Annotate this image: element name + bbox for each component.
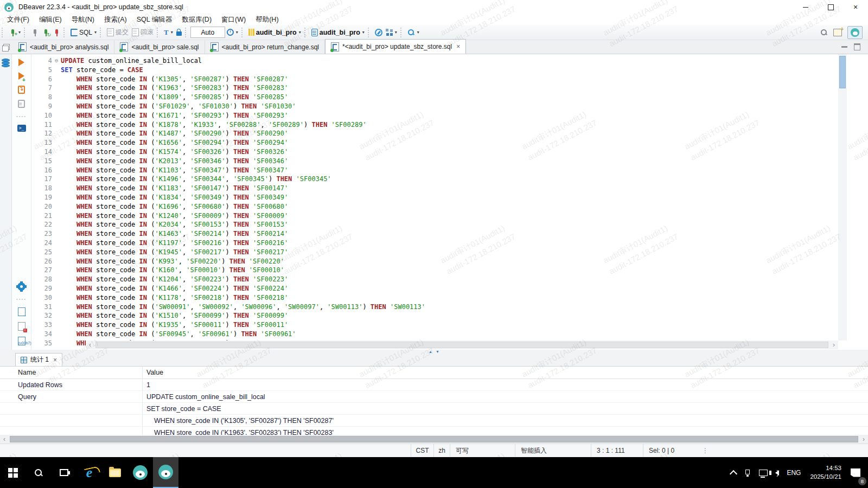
sash-collapse-down-icon[interactable]: ▼ <box>436 350 439 354</box>
schema-selector[interactable]: audit_bi_pro ▾ <box>310 28 366 37</box>
tab-sale-sql[interactable]: <audit_bi_pro> sale.sql <box>114 40 205 54</box>
tab-return-change-sql[interactable]: <audit_bi_pro> return_change.sql <box>205 40 325 54</box>
code-line[interactable]: 16 WHEN store_code IN ('K1103', 'SF00347… <box>31 166 868 175</box>
code-line[interactable]: 7 WHEN store_code IN ('K1963', 'SF00283'… <box>31 84 868 93</box>
dbeaver-perspective-button[interactable] <box>847 26 863 39</box>
table-row[interactable]: SET store_code = CASE <box>0 403 868 415</box>
menu-search[interactable]: 搜索(A) <box>99 14 132 25</box>
scroll-left-icon[interactable]: ‹ <box>0 435 9 444</box>
code-line[interactable]: 33 WHEN store_code IN ('K1935', 'SF00011… <box>31 320 868 330</box>
execute-statement-icon[interactable] <box>18 59 24 66</box>
execute-script-icon[interactable] <box>18 86 25 94</box>
fold-marker[interactable]: ⊖ <box>52 56 61 66</box>
menu-database[interactable]: 数据库(D) <box>177 14 216 25</box>
task-view-button[interactable] <box>51 457 76 488</box>
internet-explorer-button[interactable]: e <box>76 457 102 488</box>
column-header-name[interactable]: Name <box>0 369 142 376</box>
maximize-button[interactable] <box>818 0 843 14</box>
code-line[interactable]: 22 WHEN store_code IN ('K2034', 'SF00153… <box>31 220 868 229</box>
rollback-button[interactable]: 回滚 <box>130 27 155 38</box>
menu-help[interactable]: 帮助(H) <box>251 14 283 25</box>
code-line[interactable]: 30 WHEN store_code IN ('K1178', 'SF00218… <box>31 293 868 303</box>
new-connection-button[interactable]: + ▾ <box>7 28 22 37</box>
code-line[interactable]: 6 WHEN store_code IN ('K1305', 'SF00287'… <box>31 75 868 84</box>
scrollbar-thumb[interactable] <box>839 56 846 88</box>
code-line[interactable]: 24 WHEN store_code IN ('K1197', 'SF00216… <box>31 239 868 248</box>
code-line[interactable]: 23 WHEN store_code IN ('K1463', 'SF00214… <box>31 229 868 239</box>
commit-mode-select[interactable]: Auto <box>190 27 225 38</box>
code-line[interactable]: 15 WHEN store_code IN ('K2013', 'SF00346… <box>31 157 868 166</box>
minimize-editor-icon[interactable] <box>841 46 847 48</box>
code-line[interactable]: 28 WHEN store_code IN ('K1204', 'SF00223… <box>31 275 868 284</box>
table-row[interactable]: QueryUPDATE custom_online_sale_bill_loca… <box>0 391 868 403</box>
menu-window[interactable]: 窗口(W) <box>216 14 251 25</box>
transaction-mode-button[interactable]: T ▾ <box>162 27 175 38</box>
code-line[interactable]: 5SET store_code = CASE <box>31 66 868 75</box>
explain-plan-icon[interactable] <box>18 100 25 108</box>
sash-collapse-up-icon[interactable]: ▲ <box>429 350 432 354</box>
column-divider[interactable] <box>142 367 143 435</box>
menu-file[interactable]: 文件(F) <box>2 14 34 25</box>
scrollbar-thumb[interactable] <box>10 436 858 442</box>
results-horizontal-scrollbar[interactable]: ‹ › <box>0 435 868 444</box>
code-line[interactable]: 34 WHEN store_code IN ('SF00945', 'SF009… <box>31 330 868 339</box>
connect-button[interactable] <box>29 28 40 37</box>
code-line[interactable]: 13 WHEN store_code IN ('K1656', 'SF00294… <box>31 138 868 147</box>
tab-close-icon[interactable]: × <box>456 43 460 50</box>
disconnect-button[interactable] <box>51 28 62 37</box>
code-line[interactable]: 4⊖UPDATE custom_online_sale_bill_local <box>31 56 868 66</box>
code-line[interactable]: 17 WHEN store_code IN ('K1496', 'SF00344… <box>31 175 868 184</box>
start-button[interactable] <box>0 457 25 488</box>
code-line[interactable]: 21 WHEN store_code IN ('K1240', 'SF00009… <box>31 211 868 221</box>
column-header-value[interactable]: Value <box>142 369 163 376</box>
code-line[interactable]: 18 WHEN store_code IN ('K1183', 'SF00147… <box>31 184 868 193</box>
close-button[interactable]: × <box>843 0 868 14</box>
code-line[interactable]: 29 WHEN store_code IN ('K1466', 'SF00224… <box>31 284 868 293</box>
table-row[interactable]: WHEN store_code IN ('K1963', 'SF00283') … <box>0 427 868 435</box>
code-line[interactable]: 19 WHEN store_code IN ('K1834', 'SF00349… <box>31 193 868 202</box>
code-line[interactable]: 32 WHEN store_code IN ('K1510', 'SF00099… <box>31 311 868 320</box>
status-insert-mode[interactable]: 智能插入 <box>515 444 591 457</box>
volume-tray-button[interactable] <box>771 457 783 488</box>
minimize-button[interactable] <box>793 0 818 14</box>
scroll-right-icon[interactable]: › <box>829 341 838 349</box>
menu-edit[interactable]: 编辑(E) <box>34 14 67 25</box>
tab-update-sbz-store-sql[interactable]: *<audit_bi_pro> update_sbz_store.sql × <box>325 39 466 54</box>
navigator-button[interactable] <box>373 28 384 37</box>
code-line[interactable]: 10 WHEN store_code IN ('K1671', 'SF00293… <box>31 111 868 120</box>
code-line[interactable]: 20 WHEN store_code IN ('K1696', 'SF00680… <box>31 202 868 211</box>
tab-statistics[interactable]: 统计 1 × <box>15 353 62 366</box>
reconnect-button[interactable]: ↻ <box>40 28 51 37</box>
tab-analysis-sql[interactable]: <audit_bi_pro> analysis.sql <box>13 40 114 54</box>
database-navigator-icon[interactable] <box>2 59 10 67</box>
open-perspective-icon[interactable] <box>833 29 842 36</box>
code-line[interactable]: 8 WHEN store_code IN ('K1809', 'SF00285'… <box>31 93 868 102</box>
commit-button[interactable]: 提交 <box>105 27 130 38</box>
scroll-right-icon[interactable]: › <box>859 435 868 444</box>
dbeaver-taskbar-button[interactable] <box>127 457 153 488</box>
sql-editor-button[interactable]: SQL ▾ <box>69 28 98 37</box>
panel-sash[interactable]: ▲ ▼ <box>0 350 868 354</box>
code-line[interactable]: 27 WHEN store_code IN ('K160', 'SF00010'… <box>31 266 868 275</box>
code-line[interactable]: 12 WHEN store_code IN ('K1487', 'SF00290… <box>31 129 868 138</box>
scrollbar-thumb[interactable] <box>95 342 828 348</box>
execute-in-new-tab-icon[interactable]: + <box>18 72 24 80</box>
language-indicator[interactable]: ENG <box>783 457 805 488</box>
open-console-icon[interactable]: >_ <box>17 125 26 132</box>
datasource-selector[interactable]: audit_bi_pro ▾ <box>247 28 303 37</box>
editor-horizontal-scrollbar[interactable]: ‹ › <box>86 341 838 349</box>
dbeaver-taskbar-button-active[interactable] <box>153 457 178 488</box>
sql-code-area[interactable]: 4⊖UPDATE custom_online_sale_bill_local5S… <box>31 54 868 350</box>
taskbar-search-button[interactable] <box>25 457 51 488</box>
file-explorer-button[interactable] <box>102 457 127 488</box>
gear-icon[interactable] <box>17 282 25 291</box>
tray-expand-button[interactable] <box>727 457 740 488</box>
editor-vertical-scrollbar[interactable] <box>838 54 847 341</box>
status-caret-position[interactable]: 3 : 1 : 111 <box>591 444 643 457</box>
maximize-editor-icon[interactable] <box>854 43 860 50</box>
code-line[interactable]: 9 WHEN store_code IN ('SF01029', 'SF0103… <box>31 102 868 111</box>
table-row[interactable]: Updated Rows1 <box>0 379 868 391</box>
output-view-icon[interactable] <box>18 337 25 345</box>
code-line[interactable]: 25 WHEN store_code IN ('K1945', 'SF00217… <box>31 248 868 257</box>
code-line[interactable]: 26 WHEN store_code IN ('K993', 'SF00220'… <box>31 257 868 266</box>
